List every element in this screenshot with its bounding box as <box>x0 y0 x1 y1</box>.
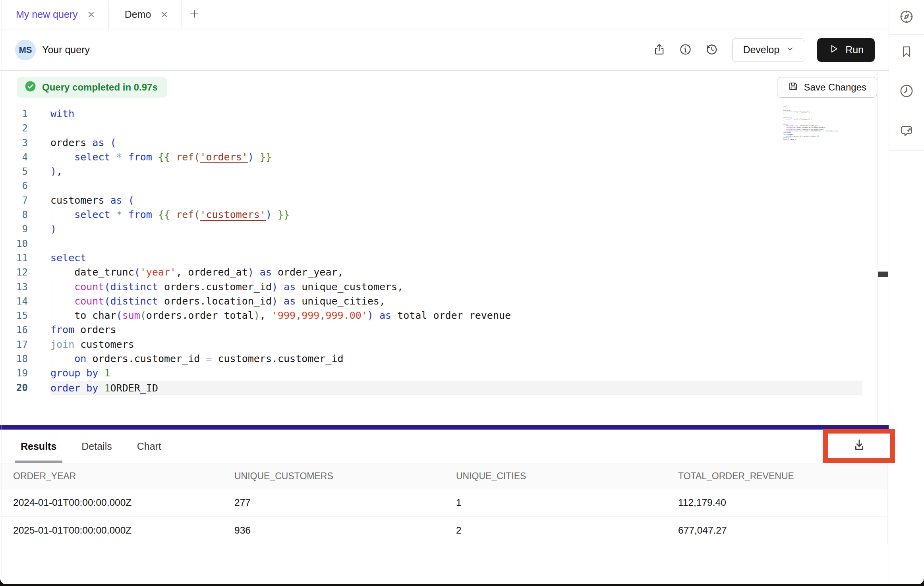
info-icon <box>679 43 692 57</box>
minimap-content: withorders as ( select * from {{ ref('or… <box>783 106 847 141</box>
close-icon[interactable] <box>87 10 96 19</box>
info-button[interactable] <box>677 41 694 59</box>
download-button[interactable] <box>851 438 867 455</box>
table-cell: 677,047.27 <box>678 525 887 536</box>
table-cell: 2024-01-01T00:00:00.000Z <box>13 497 234 508</box>
play-icon <box>828 43 839 57</box>
highlight-annotation <box>823 429 895 463</box>
tab-label: My new query <box>16 9 78 20</box>
table-body: 2024-01-01T00:00:00.000Z2771112,179.4020… <box>0 489 887 544</box>
develop-dropdown[interactable]: Develop <box>732 38 805 62</box>
code-text: select <box>50 251 877 265</box>
clock-icon <box>899 83 914 100</box>
editor-tab[interactable]: My new query <box>0 0 109 29</box>
bookmarks-button[interactable] <box>899 44 914 60</box>
tab-label: Demo <box>125 9 151 20</box>
tab-details[interactable]: Details <box>75 430 118 463</box>
line-number: 2 <box>0 121 28 135</box>
sidebar-cell <box>889 35 924 70</box>
code-line: 12 date_trunc('year', ordered_at) as ord… <box>0 265 877 280</box>
chevron-down-icon <box>786 44 794 56</box>
code-text: from orders <box>50 323 877 337</box>
line-number: 14 <box>0 294 28 308</box>
share-button[interactable] <box>650 41 668 59</box>
column-header: TOTAL_ORDER_REVENUE <box>678 471 887 482</box>
line-number: 6 <box>0 179 28 193</box>
line-number: 15 <box>0 308 28 323</box>
line-number: 16 <box>0 323 28 337</box>
line-number: 12 <box>0 265 28 280</box>
code-text: count(distinct orders.customer_id) as un… <box>50 280 877 294</box>
sidebar-cell <box>889 113 924 151</box>
minimap[interactable]: withorders as ( select * from {{ ref('or… <box>783 106 847 143</box>
line-number: 17 <box>0 337 28 352</box>
code-line: 6 <box>0 179 877 193</box>
code-text: select * from {{ ref('orders') }} <box>50 150 877 164</box>
share-icon <box>653 43 666 57</box>
code-line: 1with <box>0 107 877 121</box>
discover-button[interactable] <box>899 9 914 26</box>
results-tab-bar: ResultsDetailsChart <box>0 430 889 463</box>
line-number: 19 <box>0 366 28 380</box>
line-number: 13 <box>0 280 28 294</box>
code-lines[interactable]: 1with23orders as (4 select * from {{ ref… <box>0 107 877 395</box>
line-number: 1 <box>0 107 28 121</box>
ref-link[interactable]: 'customers' <box>200 209 266 220</box>
tab-chart[interactable]: Chart <box>131 430 167 463</box>
run-label: Run <box>845 44 864 56</box>
main-column: My new queryDemo MS Your query <box>0 0 889 586</box>
line-number: 18 <box>0 352 28 366</box>
develop-label: Develop <box>743 44 779 56</box>
history-icon <box>705 43 718 57</box>
status-text: Query completed in 0.97s <box>42 82 158 93</box>
save-icon <box>788 81 798 94</box>
page-title: Your query <box>42 44 90 56</box>
table-cell: 2 <box>456 525 678 536</box>
code-line: 19group by 1 <box>0 366 877 380</box>
line-number: 10 <box>0 237 28 251</box>
code-line: 14 count(distinct orders.location_id) as… <box>0 294 877 308</box>
window-bottom-edge <box>0 584 924 586</box>
code-line: 18 on orders.customer_id = customers.cus… <box>0 352 877 366</box>
compass-icon <box>899 9 914 26</box>
close-icon[interactable] <box>160 10 169 19</box>
app-window: My new queryDemo MS Your query <box>0 0 924 586</box>
minimap-line: to_char(sum(orders.order_total), '999,99… <box>783 130 847 132</box>
ai-chat-button[interactable] <box>899 123 914 141</box>
line-number: 3 <box>0 136 28 150</box>
table-cell: 1 <box>456 497 678 508</box>
ref-link[interactable]: 'orders' <box>200 151 247 163</box>
table-cell: 277 <box>234 497 456 508</box>
code-line: 15 to_char(sum(orders.order_total), '999… <box>0 308 877 323</box>
column-header: UNIQUE_CITIES <box>456 471 678 482</box>
history-sidebar-button[interactable] <box>899 83 914 100</box>
sidebar-cell <box>889 0 924 35</box>
code-line: 9) <box>0 222 877 236</box>
history-button[interactable] <box>703 41 720 59</box>
avatar: MS <box>15 40 36 60</box>
scrollbar-thumb[interactable] <box>878 272 888 277</box>
code-line: 11select <box>0 251 877 265</box>
check-circle-icon <box>24 80 37 95</box>
save-changes-button[interactable]: Save Changes <box>777 77 877 98</box>
panel-divider[interactable] <box>0 425 889 430</box>
run-button[interactable]: Run <box>817 38 875 62</box>
editor-tab[interactable]: Demo <box>109 0 182 29</box>
save-label: Save Changes <box>804 82 866 93</box>
code-text: date_trunc('year', ordered_at) as order_… <box>50 265 877 280</box>
code-text: customers as ( <box>50 193 877 208</box>
code-line: 4 select * from {{ ref('orders') }} <box>0 150 877 164</box>
sql-editor[interactable]: Query completed in 0.97s Save Changes 1w… <box>0 71 889 425</box>
code-line: 5), <box>0 164 877 179</box>
code-line: 3orders as ( <box>0 136 877 150</box>
column-header: UNIQUE_CUSTOMERS <box>234 471 456 482</box>
right-sidebar <box>889 0 924 586</box>
tab-results[interactable]: Results <box>15 430 62 463</box>
table-header: ORDER_YEARUNIQUE_CUSTOMERSUNIQUE_CITIEST… <box>0 463 887 489</box>
code-line: 2 <box>0 121 877 135</box>
minimap-line: order by 1ORDER_ID <box>783 139 847 141</box>
add-tab-button[interactable] <box>182 0 207 29</box>
line-number: 8 <box>0 208 28 222</box>
download-icon <box>851 438 867 455</box>
line-number: 20 <box>0 381 28 395</box>
